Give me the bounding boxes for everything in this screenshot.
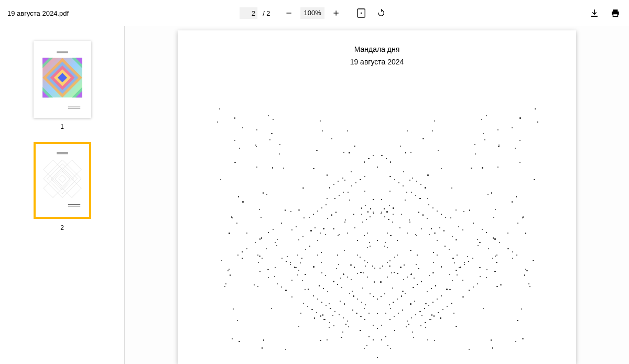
svg-rect-2 [335, 10, 336, 15]
svg-rect-6 [613, 9, 618, 12]
thumbnails-sidebar: 1 [0, 26, 125, 364]
toolbar-center-group: / 2 100% [240, 5, 389, 21]
doc-subtitle: 19 августа 2024 [178, 58, 576, 66]
pdf-toolbar: 19 августа 2024.pdf / 2 100% [0, 0, 629, 26]
print-icon [611, 8, 620, 18]
fit-page-button[interactable] [353, 5, 370, 21]
rotate-button[interactable] [373, 5, 389, 21]
fit-page-icon [357, 8, 365, 18]
svg-rect-0 [287, 13, 291, 13]
thumbnail-1-content [39, 46, 86, 113]
minus-icon [286, 9, 293, 17]
download-icon [590, 8, 599, 18]
zoom-in-button[interactable] [328, 5, 344, 21]
document-page: Мандала дня 19 августа 2024 [178, 30, 576, 364]
svg-marker-34 [58, 175, 66, 182]
main-area: 1 [0, 26, 629, 364]
thumbnail-2-preview [34, 142, 91, 219]
file-name: 19 августа 2024.pdf [7, 9, 69, 17]
page-total: / 2 [261, 9, 272, 17]
thumbnail-1-label: 1 [60, 123, 64, 130]
page-viewer[interactable]: Мандала дня 19 августа 2024 [125, 26, 629, 364]
download-button[interactable] [586, 5, 603, 21]
dot-pattern [214, 108, 539, 364]
rotate-icon [376, 8, 386, 18]
print-button[interactable] [607, 5, 624, 21]
svg-rect-8 [613, 14, 618, 17]
zoom-out-button[interactable] [281, 5, 298, 21]
thumbnail-2[interactable]: 2 [34, 142, 91, 231]
svg-marker-30 [44, 160, 81, 197]
svg-marker-33 [55, 171, 70, 186]
plus-icon [332, 9, 340, 17]
zoom-level[interactable]: 100% [301, 7, 324, 19]
page-number-input[interactable] [240, 7, 257, 19]
svg-marker-32 [51, 168, 73, 190]
toolbar-right-group [586, 5, 624, 21]
svg-rect-5 [591, 16, 598, 17]
thumbnail-1-preview [34, 41, 91, 118]
thumbnail-2-label: 2 [60, 224, 64, 231]
svg-marker-31 [47, 164, 78, 194]
thumbnail-2-content [39, 147, 86, 214]
svg-point-4 [361, 13, 362, 14]
doc-title: Мандала дня [178, 45, 576, 53]
thumbnail-1[interactable]: 1 [34, 41, 91, 130]
